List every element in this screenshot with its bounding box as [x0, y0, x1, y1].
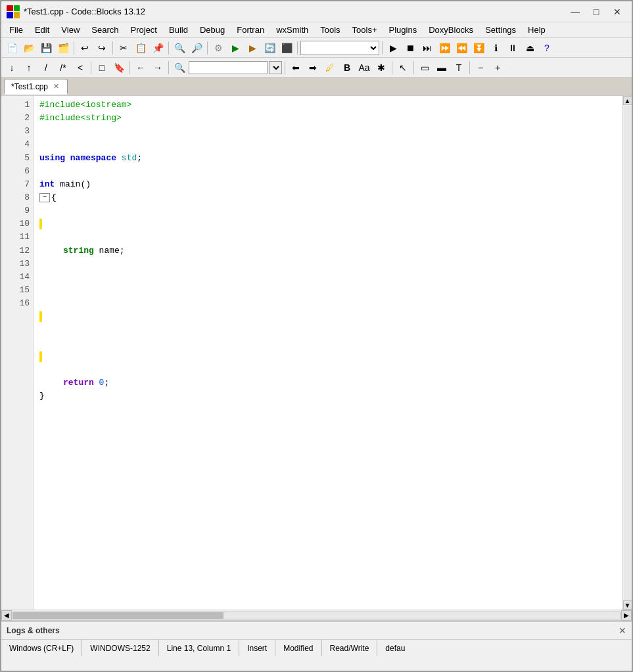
- debug-start-button[interactable]: ▶: [385, 40, 401, 56]
- tb2-btn5[interactable]: <: [72, 60, 88, 76]
- debug-step-button[interactable]: ⏩: [436, 40, 452, 56]
- tb2-btn1[interactable]: ↓: [4, 60, 20, 76]
- debug-abort-button[interactable]: ⏏: [522, 40, 538, 56]
- menu-build[interactable]: Build: [164, 24, 193, 36]
- line-num-8: 8: [5, 191, 30, 204]
- yellow-13: [39, 351, 42, 362]
- scroll-up-arrow[interactable]: ▲: [623, 96, 632, 105]
- tb2-text-btn[interactable]: T: [451, 60, 467, 76]
- copy-button[interactable]: 📋: [133, 40, 149, 56]
- redo-button[interactable]: ↪: [94, 40, 110, 56]
- h-scroll-track[interactable]: [12, 612, 621, 619]
- tb2-minus-btn[interactable]: −: [473, 60, 488, 76]
- toolbar2-sep-7: [469, 61, 470, 74]
- code-line-6: [39, 165, 617, 178]
- search-dropdown[interactable]: [269, 61, 282, 74]
- menu-doxyblocks[interactable]: DoxyBlocks: [423, 24, 479, 36]
- tb2-star-btn[interactable]: ✱: [373, 60, 389, 76]
- menu-project[interactable]: Project: [126, 24, 162, 36]
- menu-help[interactable]: Help: [523, 24, 551, 36]
- tb2-comment-btn[interactable]: /: [38, 60, 54, 76]
- search-input[interactable]: [189, 61, 268, 74]
- menu-settings[interactable]: Settings: [480, 24, 521, 36]
- toolbar-row-1: 📄 📂 💾 🗂️ ↩ ↪ ✂ 📋 📌 🔍 🔎 ⚙ ▶ ▶ 🔄 ⬛ ▶ ⏹ ⏭ ⏩…: [1, 38, 632, 58]
- save-button[interactable]: 💾: [38, 40, 54, 56]
- tb2-cursor-btn[interactable]: ↖: [395, 60, 411, 76]
- logs-close-button[interactable]: ✕: [619, 625, 626, 636]
- code-area[interactable]: #include<iostream> #include<string> usin…: [34, 96, 622, 610]
- tb2-fwd-btn[interactable]: ➡: [305, 60, 321, 76]
- tb2-highlight-btn[interactable]: 🖊: [322, 60, 338, 76]
- menu-debug[interactable]: Debug: [195, 24, 230, 36]
- tb2-jump-next[interactable]: →: [150, 60, 166, 76]
- rebuild-button[interactable]: 🔄: [262, 40, 277, 56]
- close-button[interactable]: ✕: [608, 4, 626, 20]
- debug-stop-button[interactable]: ⏹: [402, 40, 418, 56]
- debug-next-button[interactable]: ⏭: [419, 40, 435, 56]
- scroll-right-arrow[interactable]: ▶: [621, 610, 632, 621]
- toolbar2-sep-1: [91, 61, 91, 74]
- build-compile-button[interactable]: ⚙: [210, 40, 226, 56]
- logs-title: Logs & others: [7, 626, 60, 635]
- window-controls: — □ ✕: [566, 4, 626, 20]
- new-file-button[interactable]: 📄: [4, 40, 20, 56]
- code-line-16: [39, 403, 617, 416]
- tab-test1cpp[interactable]: *Test1.cpp ✕: [4, 79, 68, 95]
- tb2-split2[interactable]: ▬: [434, 60, 450, 76]
- status-extra: defau: [377, 640, 413, 656]
- semicolon-5: ;: [137, 152, 142, 165]
- menu-plugins[interactable]: Plugins: [384, 24, 423, 36]
- tb2-back-btn[interactable]: ⬅: [288, 60, 304, 76]
- fold-marker-8[interactable]: −: [39, 193, 50, 202]
- tb2-split1[interactable]: ▭: [417, 60, 433, 76]
- tb2-btn2[interactable]: ↑: [21, 60, 37, 76]
- run-button[interactable]: ▶: [227, 40, 243, 56]
- menu-tools[interactable]: Tools: [315, 24, 345, 36]
- tab-bar: *Test1.cpp ✕: [1, 78, 632, 96]
- cut-button[interactable]: ✂: [116, 40, 131, 56]
- debug-info-button[interactable]: ℹ: [488, 40, 504, 56]
- tb2-bookmark-img[interactable]: 🔖: [111, 60, 127, 76]
- tb2-search-input-btn[interactable]: 🔍: [172, 60, 187, 76]
- scroll-track[interactable]: [624, 106, 632, 600]
- close-brace: }: [39, 390, 45, 403]
- tb2-bold-btn[interactable]: B: [339, 60, 355, 76]
- std-name: std: [122, 152, 137, 165]
- menu-wxsmith[interactable]: wxSmith: [271, 24, 314, 36]
- undo-button[interactable]: ↩: [77, 40, 93, 56]
- scroll-down-arrow[interactable]: ▼: [623, 600, 632, 610]
- tb2-jump-prev[interactable]: ←: [133, 60, 149, 76]
- tab-close-btn[interactable]: ✕: [52, 82, 60, 91]
- scroll-left-arrow[interactable]: ◀: [1, 610, 12, 621]
- maximize-button[interactable]: □: [587, 4, 605, 20]
- line-num-6: 6: [5, 165, 30, 178]
- menu-view[interactable]: View: [56, 24, 85, 36]
- stop-button[interactable]: ⬛: [279, 40, 294, 56]
- menu-tools-plus[interactable]: Tools+: [347, 24, 383, 36]
- code-line-3: [39, 125, 617, 138]
- open-file-button[interactable]: 📂: [21, 40, 37, 56]
- save-all-button[interactable]: 🗂️: [55, 40, 71, 56]
- menu-search[interactable]: Search: [86, 24, 124, 36]
- menu-file[interactable]: File: [4, 24, 28, 36]
- replace-button[interactable]: 🔎: [189, 40, 204, 56]
- tb2-plus-btn[interactable]: +: [490, 60, 505, 76]
- build-target-dropdown[interactable]: [300, 41, 379, 55]
- line-num-2: 2: [5, 112, 30, 125]
- paste-button[interactable]: 📌: [150, 40, 166, 56]
- debug-run-to-cursor[interactable]: ⏬: [471, 40, 486, 56]
- debug-pause-button[interactable]: ⏸: [505, 40, 521, 56]
- tb2-bookmark-toggle[interactable]: □: [94, 60, 110, 76]
- tb2-case-btn[interactable]: Aa: [356, 60, 372, 76]
- horizontal-scrollbar[interactable]: ◀ ▶: [1, 610, 632, 620]
- find-button[interactable]: 🔍: [172, 40, 187, 56]
- status-line-ending: Windows (CR+LF): [1, 640, 82, 656]
- right-scrollbar[interactable]: ▲ ▼: [622, 96, 632, 610]
- build-run-button[interactable]: ▶: [245, 40, 260, 56]
- menu-edit[interactable]: Edit: [30, 24, 55, 36]
- debug-step-out-button[interactable]: ⏪: [454, 40, 469, 56]
- help-button[interactable]: ?: [539, 40, 555, 56]
- minimize-button[interactable]: —: [566, 4, 584, 20]
- menu-fortran[interactable]: Fortran: [231, 24, 270, 36]
- tb2-uncomment-btn[interactable]: /*: [55, 60, 71, 76]
